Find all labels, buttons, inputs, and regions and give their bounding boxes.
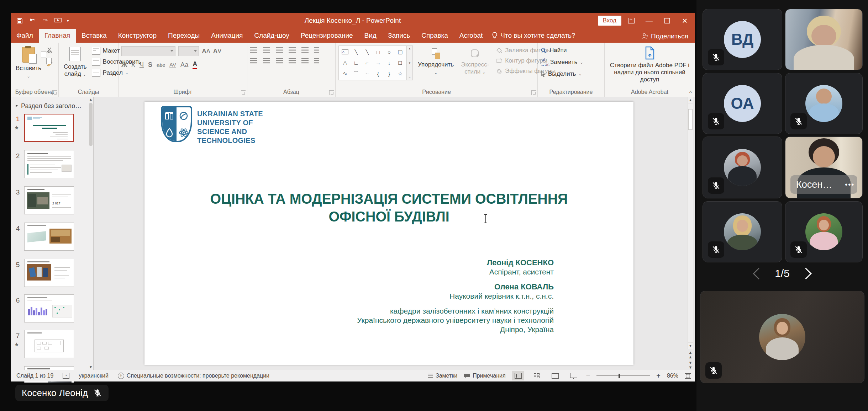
previous-page-icon[interactable]: [753, 268, 764, 279]
smartart-icon[interactable]: [314, 58, 319, 64]
tab-animations[interactable]: Анимация: [205, 29, 248, 43]
zoom-out-button[interactable]: −: [586, 372, 590, 380]
minimize-button[interactable]: —: [641, 14, 657, 27]
font-color-button[interactable]: А: [193, 60, 197, 69]
decrease-indent-icon[interactable]: [276, 47, 283, 53]
text-direction-icon[interactable]: [314, 47, 319, 53]
notes-button[interactable]: Заметки: [428, 373, 457, 379]
replace-button[interactable]: ab→acЗаменить ⌄: [541, 57, 583, 67]
redo-icon[interactable]: [41, 17, 49, 25]
slide-thumbnail-2[interactable]: [24, 150, 74, 178]
section-header[interactable]: Раздел без заголо…: [16, 102, 81, 110]
strikethrough-button[interactable]: abc: [157, 62, 165, 68]
bullets-icon[interactable]: [250, 47, 257, 53]
participant-tile[interactable]: ОА: [703, 73, 782, 134]
shrink-font-icon[interactable]: A˅: [213, 48, 222, 55]
slide-thumbnail-4[interactable]: [24, 223, 74, 251]
previous-slide-button[interactable]: ▲▲: [689, 350, 693, 359]
slide-thumbnail-5[interactable]: [24, 259, 74, 287]
clipboard-dialog-launcher[interactable]: [52, 90, 57, 95]
participant-tile[interactable]: [703, 201, 782, 262]
font-dialog-launcher[interactable]: [241, 90, 246, 95]
align-left-icon[interactable]: [250, 58, 257, 64]
zoom-slider-thumb[interactable]: [619, 374, 620, 378]
qat-customize-icon[interactable]: ▾: [67, 18, 69, 23]
restore-button[interactable]: [659, 14, 675, 27]
more-options-icon[interactable]: •••: [845, 181, 854, 189]
italic-button[interactable]: К: [131, 61, 135, 69]
collapse-ribbon-icon[interactable]: ˄: [689, 89, 692, 95]
tab-insert[interactable]: Вставка: [76, 29, 112, 43]
select-button[interactable]: Выделить ⌄: [541, 70, 583, 78]
find-button[interactable]: Найти: [541, 47, 583, 54]
create-pdf-button[interactable]: Створити файл Adobe PDF інадати до нього…: [607, 46, 692, 87]
columns-icon[interactable]: [301, 58, 309, 64]
new-slide-button[interactable]: Создатьслайд ⌄: [62, 46, 89, 87]
reading-view-button[interactable]: [549, 371, 561, 380]
participant-tile[interactable]: [785, 201, 863, 262]
participant-tile[interactable]: ВД: [703, 9, 782, 70]
align-center-icon[interactable]: [263, 58, 270, 64]
tab-review[interactable]: Рецензирование: [295, 29, 359, 43]
active-speaker-tile[interactable]: Косен… •••: [785, 137, 863, 198]
thumbnails-scroll-thumb[interactable]: [89, 103, 93, 146]
font-name-combobox[interactable]: [121, 46, 175, 56]
slide-title[interactable]: ОЦІНКА ТА МОДЕРНІЗАЦІЯ СИСТЕМИ ОСВІТЛЕНН…: [154, 190, 624, 225]
cut-button[interactable]: [46, 47, 53, 55]
paragraph-dialog-launcher[interactable]: [329, 90, 334, 95]
text-shadow-button[interactable]: S: [148, 61, 152, 69]
line-spacing-icon[interactable]: [301, 47, 309, 53]
ribbon-display-options-icon[interactable]: [624, 14, 639, 27]
tab-design[interactable]: Конструктор: [112, 29, 162, 43]
spellcheck-icon[interactable]: ×: [63, 373, 69, 379]
start-slideshow-icon[interactable]: [54, 17, 62, 25]
tab-transitions[interactable]: Переходы: [162, 29, 205, 43]
undo-icon[interactable]: [28, 17, 36, 25]
save-icon[interactable]: [16, 17, 23, 25]
tab-slideshow[interactable]: Слайд-шоу: [248, 29, 295, 43]
fit-slide-icon[interactable]: [685, 373, 691, 379]
share-button[interactable]: Поделиться: [641, 32, 688, 40]
slide-canvas[interactable]: UKRAINIAN STATE UNIVERSITY OF SCIENCE AN…: [144, 102, 633, 365]
participant-tile[interactable]: [703, 137, 782, 198]
justify-icon[interactable]: [289, 58, 296, 64]
slide-thumbnail-1[interactable]: [24, 114, 74, 142]
sign-in-button[interactable]: Вход: [598, 16, 621, 26]
bold-button[interactable]: Ж: [121, 61, 127, 69]
paste-button[interactable]: Вставить ⌄: [14, 46, 43, 87]
scroll-up-icon[interactable]: ▲: [89, 97, 93, 101]
tab-record[interactable]: Запись: [382, 29, 416, 43]
increase-indent-icon[interactable]: [289, 47, 296, 53]
slide-sorter-view-button[interactable]: [531, 371, 543, 380]
scroll-down-icon[interactable]: ▼: [688, 343, 693, 349]
font-size-combobox[interactable]: [178, 46, 199, 56]
numbering-icon[interactable]: [263, 47, 270, 53]
next-page-icon[interactable]: [800, 268, 812, 279]
align-right-icon[interactable]: [276, 58, 283, 64]
close-button[interactable]: ×: [677, 14, 693, 27]
tab-home[interactable]: Главная: [39, 29, 76, 43]
shapes-gallery[interactable]: A ╲╲ □○▢ △∟⌐ →↓◻ ∿⌒~ {}☆: [338, 46, 407, 80]
slide-thumbnail-6[interactable]: [24, 294, 74, 322]
scroll-thumb[interactable]: [688, 109, 693, 130]
slideshow-view-button[interactable]: [568, 371, 580, 380]
scroll-up-icon[interactable]: ▲: [688, 97, 693, 103]
participant-tile-video[interactable]: [785, 9, 863, 70]
slide-thumbnail-7[interactable]: [24, 330, 74, 358]
comments-button[interactable]: Примечания: [464, 373, 505, 379]
participant-tile[interactable]: [785, 73, 863, 134]
zoom-in-button[interactable]: +: [656, 372, 661, 380]
authors-block[interactable]: Леонід КОСЕНКО Аспірант, асистент Олена …: [357, 258, 554, 334]
slide-vertical-scrollbar[interactable]: ▲ ▼ ▲▲ ▼▼: [688, 97, 693, 370]
participant-tile[interactable]: [700, 291, 864, 383]
tab-view[interactable]: Вид: [359, 29, 382, 43]
underline-button[interactable]: Ч: [140, 61, 144, 69]
shapes-gallery-scroll[interactable]: ▴▾≡: [407, 46, 413, 80]
scroll-down-icon[interactable]: ▼: [89, 365, 93, 369]
normal-view-button[interactable]: [512, 371, 524, 380]
next-slide-button[interactable]: ▼▼: [689, 361, 693, 370]
arrange-button[interactable]: Упорядочить ⌄: [416, 46, 456, 87]
char-spacing-button[interactable]: AV: [169, 62, 176, 68]
accessibility-checker[interactable]: ☥ Специальные возможности: проверьте рек…: [118, 373, 269, 379]
tell-me-box[interactable]: Что вы хотите сделать?: [488, 29, 581, 43]
